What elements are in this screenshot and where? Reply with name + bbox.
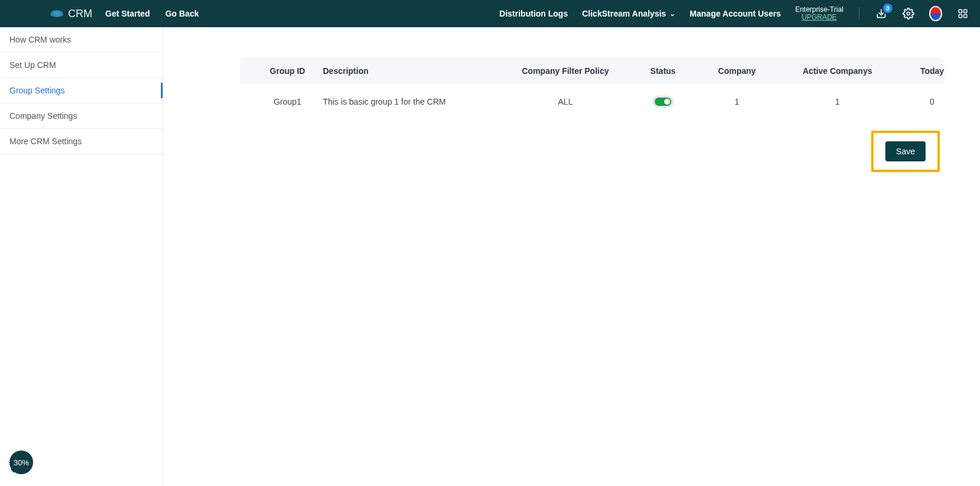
groups-table: Group ID Description Company Filter Poli… (240, 58, 945, 119)
cell-group-id: Group1 (252, 97, 323, 106)
cell-description: This is basic group 1 for the CRM (323, 97, 500, 106)
svg-point-0 (907, 12, 910, 15)
svg-rect-3 (959, 15, 962, 18)
nav-get-started[interactable]: Get Started (105, 9, 150, 18)
cell-company: 1 (696, 97, 778, 106)
inbox-badge: 0 (883, 4, 892, 13)
sidebar-item-more-crm-settings[interactable]: More CRM Settings (0, 129, 163, 154)
sidebar-item-label: Set Up CRM (9, 60, 56, 70)
svg-rect-4 (964, 15, 967, 18)
sidebar-item-label: Company Settings (9, 111, 77, 121)
col-company: Company (696, 66, 778, 76)
inbox-icon[interactable]: 0 (875, 7, 888, 20)
avatar[interactable] (929, 7, 942, 20)
row-settings-button[interactable] (968, 95, 980, 108)
col-description: Description (323, 66, 500, 76)
sidebar-item-label: Group Settings (9, 86, 64, 95)
nav-manage-account-users[interactable]: Manage Account Users (690, 9, 781, 18)
brand-logo-icon (50, 10, 63, 17)
col-filter-policy: Company Filter Policy (500, 66, 630, 76)
sidebar-item-company-settings[interactable]: Company Settings (0, 103, 163, 129)
table-header-row: Group ID Description Company Filter Poli… (240, 58, 945, 84)
sidebar: How CRM works Set Up CRM Group Settings … (0, 27, 163, 486)
progress-value: 30% (14, 458, 29, 467)
top-right-nav: Distribution Logs ClickStream Analysis ⌄… (499, 6, 969, 21)
col-group-id: Group ID (252, 66, 323, 76)
sidebar-item-set-up-crm[interactable]: Set Up CRM (0, 53, 163, 78)
cell-filter-policy: ALL (500, 97, 630, 106)
sidebar-item-how-crm-works[interactable]: How CRM works (0, 27, 163, 53)
table-row: Group1 This is basic group 1 for the CRM… (240, 84, 945, 119)
apps-grid-icon[interactable] (956, 7, 969, 20)
svg-rect-1 (959, 9, 962, 12)
col-active-companys: Active Companys (778, 66, 897, 76)
plan-info: Enterprise-Trial UPGRADE (795, 6, 843, 21)
progress-bubble[interactable]: 30% (9, 451, 33, 474)
separator (859, 7, 859, 20)
save-highlight-box: Save (871, 131, 940, 172)
nav-clickstream-analysis[interactable]: ClickStream Analysis ⌄ (582, 9, 675, 18)
cell-today: 0 (897, 97, 968, 106)
settings-gear-icon[interactable] (902, 7, 915, 20)
top-nav: CRM Get Started Go Back Distribution Log… (0, 0, 980, 27)
cell-active-companys: 1 (778, 97, 897, 106)
col-today: Today (897, 66, 968, 76)
save-button[interactable]: Save (885, 141, 926, 161)
nav-go-back[interactable]: Go Back (165, 9, 199, 18)
chevron-down-icon: ⌄ (669, 9, 675, 18)
status-toggle[interactable] (652, 96, 674, 108)
nav-distribution-logs[interactable]: Distribution Logs (499, 9, 568, 18)
sidebar-item-label: More CRM Settings (9, 137, 82, 146)
upgrade-link[interactable]: UPGRADE (802, 14, 837, 21)
toggle-on-icon (655, 98, 671, 106)
col-status: Status (630, 66, 696, 76)
svg-rect-2 (964, 9, 967, 12)
brand[interactable]: CRM (50, 8, 92, 20)
nav-clickstream-label: ClickStream Analysis (582, 9, 666, 18)
sidebar-item-group-settings[interactable]: Group Settings (0, 78, 163, 103)
brand-text: CRM (68, 8, 92, 20)
main-content: Group ID Description Company Filter Poli… (163, 27, 980, 486)
avatar-icon (929, 6, 942, 21)
sidebar-item-label: How CRM works (9, 35, 71, 44)
